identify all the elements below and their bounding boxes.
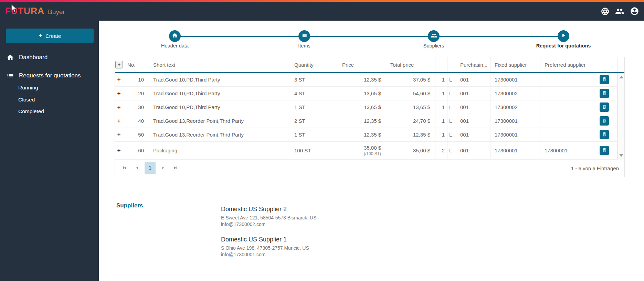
- header-actions: [591, 57, 617, 72]
- create-button[interactable]: + Create: [6, 29, 94, 43]
- step-request-for-quotations[interactable]: [558, 30, 569, 42]
- delete-row-button[interactable]: [600, 130, 609, 139]
- header-empty-2: [447, 57, 456, 72]
- delete-row-button[interactable]: [600, 75, 609, 84]
- header-fixed-supplier: Fixed supplier: [490, 57, 540, 72]
- stepper-connector-line: [175, 36, 563, 37]
- table-row: + 30 Trad.Good 10,PD,Third Party 1 ST 13…: [115, 100, 624, 114]
- supplier-address: S Ohio Ave 198, 47305-2757 Muncie, US: [221, 245, 317, 251]
- row-expander[interactable]: +: [117, 104, 121, 111]
- cell-short-text: Packaging: [149, 142, 290, 159]
- scroll-down-arrow-icon[interactable]: [619, 154, 623, 157]
- logo-suffix: Buyer: [48, 8, 65, 16]
- last-page-button[interactable]: [171, 163, 180, 173]
- cell-purchasing: 001: [456, 128, 490, 141]
- header-no: No.: [123, 57, 149, 72]
- table-row: + 60 Packaging 100 ST 35,00 $ (/100 ST) …: [115, 142, 624, 160]
- row-expander[interactable]: +: [117, 76, 121, 83]
- suppliers-section-title: Suppliers: [116, 202, 143, 209]
- delete-row-button[interactable]: [600, 116, 609, 126]
- step-label-suppliers: Suppliers: [389, 43, 478, 48]
- cell-quantity: 3 ST: [290, 73, 338, 86]
- price-value: 35,00 $: [364, 145, 381, 151]
- supplier-email: info@17300002.com: [221, 221, 317, 228]
- cell-short-text: Trad.Good 10,PD,Third Party: [149, 87, 290, 100]
- cell-price: 12,35 $: [338, 114, 386, 128]
- cell-total-price: 13,65 $: [386, 100, 435, 114]
- previous-page-icon: [135, 165, 139, 171]
- cell-col1: 1: [435, 73, 447, 86]
- cell-no: 50: [123, 128, 149, 141]
- table-row: + 40 Trad.Good 13,Reorder Point,Thrd Par…: [115, 114, 624, 128]
- cell-no: 10: [123, 73, 149, 86]
- step-suppliers[interactable]: [428, 30, 440, 42]
- cell-purchasing: 001: [456, 100, 490, 114]
- delete-row-button[interactable]: [600, 102, 609, 112]
- trash-icon: [602, 90, 607, 97]
- row-expander[interactable]: +: [117, 90, 121, 97]
- cell-quantity: 4 ST: [290, 87, 338, 100]
- sidebar-subitem-completed[interactable]: Completed: [18, 108, 44, 115]
- app-logo: FUTURA Buyer: [5, 6, 65, 17]
- step-items[interactable]: [298, 30, 310, 42]
- previous-page-button[interactable]: [132, 163, 142, 173]
- people-icon: [431, 32, 437, 40]
- cell-fixed-supplier: 17300002: [490, 87, 540, 100]
- cell-col1: 1: [435, 128, 447, 141]
- scroll-up-arrow-icon[interactable]: [619, 76, 623, 78]
- cell-price: 12,35 $: [338, 128, 386, 141]
- sidebar-subitem-closed[interactable]: Closed: [18, 97, 35, 103]
- page-number-button[interactable]: 1: [145, 162, 156, 174]
- cell-quantity: 1 ST: [290, 128, 338, 141]
- home-icon: [7, 54, 14, 61]
- next-page-icon: [161, 165, 166, 171]
- cell-fixed-supplier: 17300001: [490, 73, 540, 86]
- cell-col1: 1: [435, 87, 447, 100]
- sidebar-item-dashboard[interactable]: Dashboard: [0, 51, 99, 64]
- list-icon: [301, 32, 307, 40]
- cell-total-price: 37,05 $: [386, 73, 435, 86]
- sidebar-item-requests-for-quotations[interactable]: Requests for quotations: [0, 69, 99, 83]
- table-row: + 20 Trad.Good 10,PD,Third Party 4 ST 13…: [115, 87, 624, 100]
- header-preferred-supplier: Preferred supplier: [540, 57, 591, 72]
- step-header-data[interactable]: [169, 30, 181, 42]
- delete-row-button[interactable]: [600, 146, 609, 155]
- trash-icon: [602, 104, 607, 110]
- cell-preferred-supplier: 17300001: [540, 142, 591, 159]
- delete-row-button[interactable]: [600, 89, 609, 98]
- header-add-cell: +: [115, 57, 123, 72]
- logo-text: FUTURA: [5, 6, 44, 17]
- row-expander[interactable]: +: [117, 131, 121, 138]
- row-expander[interactable]: +: [117, 147, 121, 154]
- account-icon[interactable]: [630, 7, 639, 16]
- header-empty-1: [435, 57, 447, 72]
- header-short-text: Short text: [149, 57, 290, 72]
- cell-col1: 1: [435, 114, 447, 128]
- row-expander[interactable]: +: [117, 118, 121, 125]
- cell-total-price: 24,70 $: [386, 114, 435, 128]
- cell-col1: 2: [435, 142, 447, 159]
- language-globe-icon[interactable]: [600, 7, 610, 16]
- step-label-header-data: Header data: [130, 43, 220, 48]
- cell-total-price: 12,35 $: [386, 128, 435, 141]
- cell-col2: L: [447, 73, 456, 86]
- cell-col2: L: [447, 100, 456, 114]
- list-icon: [7, 72, 14, 79]
- cell-purchasing: 001: [456, 114, 490, 128]
- users-group-icon[interactable]: [615, 7, 624, 16]
- table-vertical-scrollbar[interactable]: [617, 73, 624, 160]
- cell-short-text: Trad.Good 10,PD,Third Party: [149, 100, 290, 114]
- step-label-items: Items: [260, 43, 349, 48]
- cell-short-text: Trad.Good 13,Reorder Point,Thrd Party: [149, 128, 290, 141]
- next-page-button[interactable]: [158, 163, 168, 173]
- supplier-list: Domestic US Supplier 2 E Sweet Ave 121, …: [221, 206, 317, 266]
- last-page-icon: [173, 165, 178, 172]
- supplier-email: info@17300001.com: [221, 251, 317, 258]
- step-label-request-for-quotations: Request for quotations: [519, 43, 608, 48]
- first-page-button[interactable]: [120, 163, 129, 173]
- supplier-item: Domestic US Supplier 1 S Ohio Ave 198, 4…: [221, 236, 317, 258]
- sidebar-subitem-running[interactable]: Running: [18, 85, 38, 91]
- cell-preferred-supplier: [540, 114, 591, 128]
- sidebar-item-label: Requests for quotations: [19, 72, 81, 79]
- add-item-button[interactable]: +: [115, 61, 123, 68]
